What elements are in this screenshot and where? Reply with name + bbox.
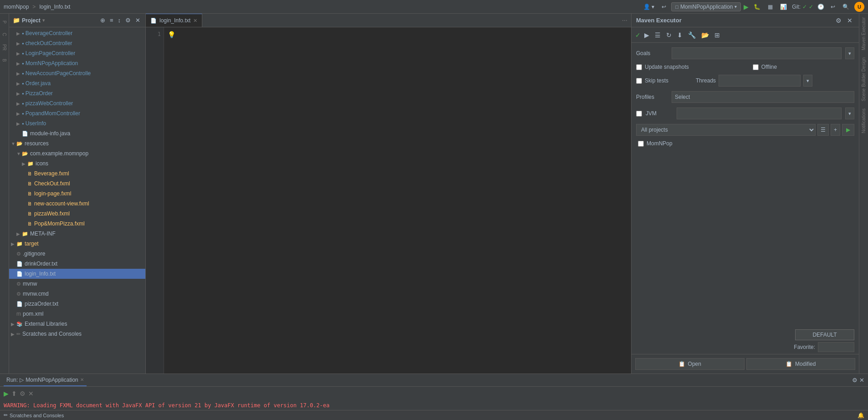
goals-dropdown-btn[interactable]: ▾ — [845, 47, 854, 59]
bottom-settings-btn[interactable]: ⚙ — [852, 377, 858, 384]
maven-refresh-btn[interactable]: ↻ — [664, 31, 673, 40]
settings-btn[interactable]: ⚙ — [124, 16, 132, 24]
tree-item-checkout[interactable]: ▶ ● checkOutController — [9, 38, 145, 48]
all-projects-select[interactable]: All projects — [636, 124, 816, 136]
avatar[interactable]: U — [854, 2, 864, 12]
skip-tests-item[interactable]: Skip tests — [636, 77, 668, 84]
offline-item[interactable]: Offline — [753, 64, 777, 70]
left-icon-bookmark[interactable]: B — [0, 54, 9, 67]
projects-add-btn[interactable]: + — [831, 124, 840, 136]
maven-run-btn[interactable]: ▶ — [642, 31, 651, 40]
update-snapshots-checkbox[interactable] — [636, 64, 642, 70]
offline-checkbox[interactable] — [753, 64, 759, 70]
tree-item-pizzaorder[interactable]: ▶ ● PizzaOrder — [9, 88, 145, 98]
default-btn[interactable]: DEFAULT — [795, 329, 854, 340]
maven-download-btn[interactable]: ⬇ — [675, 31, 684, 40]
tree-item-gitignore[interactable]: ⚙ .gitignore — [9, 249, 145, 259]
left-icon-commit[interactable]: C — [0, 28, 9, 41]
tree-item-beverage[interactable]: ▶ ● BeverageController — [9, 28, 145, 38]
tree-item-mvnw[interactable]: ⚙ mvnw — [9, 279, 145, 289]
tree-item-drinkorder[interactable]: 📄 drinkOrder.txt — [9, 259, 145, 269]
coverage-btn[interactable]: ▦ — [765, 3, 775, 11]
tree-item-resources[interactable]: ▼ 📂 resources — [9, 138, 145, 149]
run-green-btn[interactable]: ▶ — [4, 390, 9, 397]
collapse-btn[interactable]: ≡ — [108, 16, 115, 24]
maven-settings-btn[interactable]: ⚙ — [834, 16, 843, 25]
left-icon-project[interactable]: P — [0, 15, 9, 28]
maven-wrench-btn[interactable]: 🔧 — [686, 31, 698, 40]
update-snapshots-item[interactable]: Update snapshots — [636, 64, 689, 70]
tree-item-logininfo[interactable]: 📄 login_Info.txt — [9, 269, 145, 279]
tree-item-mvnwcmd[interactable]: ⚙ mvnw.cmd — [9, 289, 145, 299]
tree-item-comexample[interactable]: ▼ 📂 com.example.momnpop — [9, 149, 145, 159]
editor-tab-logininfo[interactable]: 📄 login_Info.txt ✕ — [146, 14, 202, 27]
tree-item-momnpopapp[interactable]: ▶ ● MomNPopApplication — [9, 58, 145, 68]
tree-item-newaccount[interactable]: ▶ ● NewAccountPageControlle — [9, 68, 145, 78]
tree-item-orderjava[interactable]: ▶ ● Order.java — [9, 78, 145, 88]
maven-executor-label[interactable]: Maven Executor — [860, 14, 867, 54]
code-area[interactable]: 💡 — [164, 27, 631, 374]
debug-btn[interactable]: 🐛 — [751, 3, 763, 11]
close-panel-btn[interactable]: ✕ — [134, 16, 142, 24]
jvm-dropdown-btn[interactable]: ▾ — [845, 108, 854, 119]
tree-item-popandmom[interactable]: ▶ ● PopandMomController — [9, 108, 145, 118]
locate-btn[interactable]: ⊕ — [99, 16, 107, 24]
projects-run-btn[interactable]: ▶ — [842, 124, 854, 136]
maven-header-actions: ⚙ ✕ — [834, 16, 854, 25]
favorite-input[interactable] — [818, 342, 854, 352]
tree-item-beverage-fxml[interactable]: 🗎 Beverage.fxml — [9, 169, 145, 179]
close-tab-btn[interactable]: ✕ — [193, 18, 197, 24]
modified-btn[interactable]: 📋 Modified — [746, 358, 856, 370]
tree-item-userinfo[interactable]: ▶ ● UserInfo — [9, 118, 145, 128]
tree-item-pomxml[interactable]: m pom.xml — [9, 309, 145, 319]
maven-lifecycle-btn[interactable]: ☰ — [653, 31, 663, 40]
jvm-input[interactable] — [677, 108, 842, 119]
momnpop-checkbox[interactable] — [638, 141, 644, 147]
bottom-close-btn[interactable]: ✕ — [859, 377, 864, 384]
run-settings-btn[interactable]: ⚙ — [20, 390, 26, 397]
lightbulb-icon[interactable]: 💡 — [168, 31, 175, 38]
projects-filter-btn[interactable]: ☰ — [817, 124, 829, 136]
tree-item-loginpage-fxml[interactable]: 🗎 login-page.fxml — [9, 189, 145, 199]
maven-grid-btn[interactable]: ⊞ — [713, 31, 722, 40]
run-button[interactable]: ▶ — [744, 3, 749, 10]
tree-item-moduleinfo[interactable]: 📄 module-info.java — [9, 128, 145, 138]
tree-item-scratches[interactable]: ▶ ✏ Scratches and Consoles — [9, 329, 145, 339]
threads-input[interactable] — [719, 75, 801, 87]
tree-item-pizzaorder-txt[interactable]: 📄 pizzaOrder.txt — [9, 299, 145, 309]
tree-item-loginpage[interactable]: ▶ ● LoginPageController — [9, 48, 145, 58]
tree-item-metainf[interactable]: ▶ 📁 META-INF — [9, 229, 145, 239]
tree-item-pizzaweb-fxml[interactable]: 🗎 pizzaWeb.fxml — [9, 209, 145, 219]
run-tab[interactable]: Run: ▷ MomNPopApplication ✕ — [4, 374, 87, 386]
editor-more-btn[interactable]: ⋯ — [618, 17, 631, 24]
skip-tests-checkbox[interactable] — [636, 78, 642, 84]
arrow-btn[interactable]: ↩ — [659, 3, 668, 11]
profile-btn[interactable]: 👤 ▾ — [641, 3, 657, 11]
tree-item-target[interactable]: ▶ 📁 target — [9, 239, 145, 249]
git-undo-btn[interactable]: ↩ — [828, 3, 837, 11]
run-config-selector[interactable]: □ MomNPopApplication ▾ — [671, 2, 741, 11]
git-clock-btn[interactable]: 🕐 — [815, 3, 827, 11]
tree-item-pizzaweb[interactable]: ▶ ● pizzaWebController — [9, 98, 145, 108]
maven-open-btn[interactable]: 📂 — [699, 31, 711, 40]
run-stop-btn[interactable]: ⬆ — [11, 390, 17, 397]
maven-design-label[interactable]: Scene Builder Design — [860, 54, 867, 105]
notifications-label[interactable]: Notifications — [860, 105, 867, 137]
jvm-checkbox[interactable] — [636, 111, 642, 117]
tree-item-newaccount-fxml[interactable]: 🗎 new-account-view.fxml — [9, 199, 145, 209]
sort-btn[interactable]: ↕ — [117, 16, 123, 24]
tree-item-checkout-fxml[interactable]: 🗎 CheckOut.fxml — [9, 179, 145, 189]
tree-item-extlibs[interactable]: ▶ 📚 External Libraries — [9, 319, 145, 329]
run-tab-close[interactable]: ✕ — [80, 377, 84, 382]
threads-dropdown-btn[interactable]: ▾ — [803, 75, 812, 87]
maven-close-btn[interactable]: ✕ — [845, 16, 854, 25]
left-icon-pullreq[interactable]: PR — [0, 41, 9, 54]
goals-input[interactable] — [672, 47, 842, 59]
profiles-select[interactable]: Select — [672, 91, 854, 103]
profiler-btn[interactable]: 📊 — [778, 3, 789, 11]
run-close-right-btn[interactable]: ✕ — [28, 390, 34, 397]
search-btn[interactable]: 🔍 — [840, 3, 852, 11]
open-btn[interactable]: 📋 Open — [635, 358, 745, 370]
tree-item-icons[interactable]: ▶ 📁 icons — [9, 159, 145, 169]
tree-item-popmom-fxml[interactable]: 🗎 Pop&MomPizza.fxml — [9, 219, 145, 229]
